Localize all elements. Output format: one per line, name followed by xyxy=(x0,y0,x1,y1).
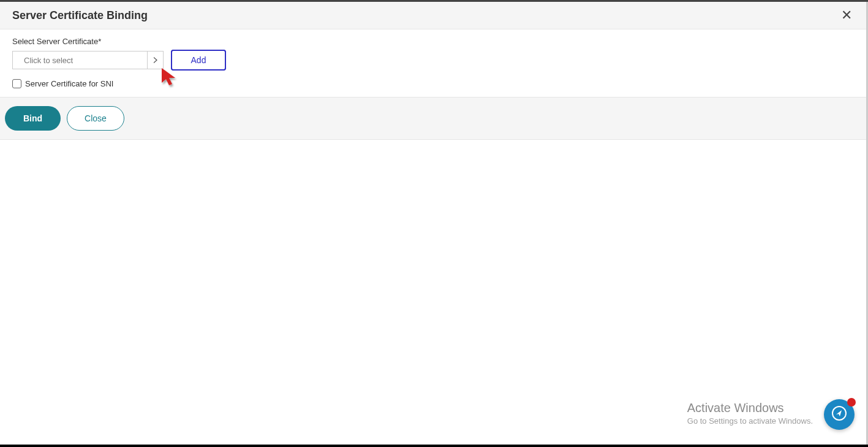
select-certificate-label: Select Server Certificate* xyxy=(12,37,856,46)
bind-button[interactable]: Bind xyxy=(5,106,61,131)
notification-badge-icon xyxy=(847,398,856,407)
dialog-title: Server Certificate Binding xyxy=(12,9,148,22)
paper-plane-icon xyxy=(831,405,847,424)
windows-activation-watermark: Activate Windows Go to Settings to activ… xyxy=(687,401,813,426)
dialog-footer: Bind Close xyxy=(0,97,868,140)
chevron-right-icon[interactable] xyxy=(147,52,163,69)
form-area: Select Server Certificate* Add Server Ce… xyxy=(0,29,868,97)
watermark-title: Activate Windows xyxy=(687,401,813,415)
sni-checkbox[interactable] xyxy=(12,79,21,88)
field-row: Add xyxy=(12,50,856,71)
window-bottom-border xyxy=(0,445,868,447)
close-button[interactable]: Close xyxy=(67,106,124,131)
sni-checkbox-row: Server Certificate for SNI xyxy=(12,79,856,88)
close-icon[interactable]: ✕ xyxy=(837,9,856,22)
certificate-select[interactable] xyxy=(12,51,164,69)
dialog-header: Server Certificate Binding ✕ xyxy=(0,2,868,29)
watermark-subtitle: Go to Settings to activate Windows. xyxy=(687,416,813,426)
add-button[interactable]: Add xyxy=(171,50,226,71)
sni-checkbox-label[interactable]: Server Certificate for SNI xyxy=(25,79,114,88)
help-fab-button[interactable] xyxy=(824,399,855,430)
certificate-select-input[interactable] xyxy=(13,52,147,69)
